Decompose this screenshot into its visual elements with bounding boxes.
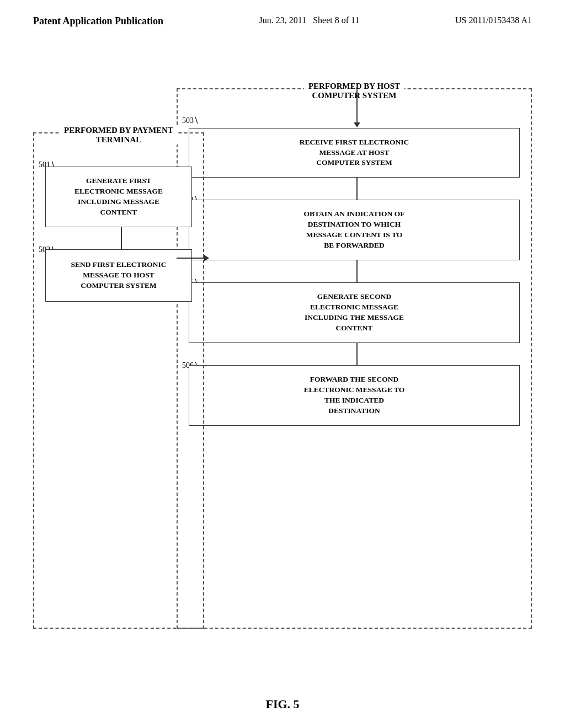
- box-501: GENERATE FIRSTELECTRONIC MESSAGEINCLUDIN…: [45, 167, 192, 227]
- step-503-label: 503∖: [182, 116, 199, 125]
- box-506: FORWARD THE SECONDELECTRONIC MESSAGE TOT…: [189, 365, 520, 426]
- diagram-area: PERFORMED BY HOSTCOMPUTER SYSTEM 503∖ RE…: [33, 88, 532, 662]
- host-computer-system-box: PERFORMED BY HOSTCOMPUTER SYSTEM 503∖ RE…: [177, 88, 532, 629]
- terminal-label: PERFORMED BY PAYMENTTERMINAL: [60, 126, 178, 144]
- page-header: Patent Application Publication Jun. 23, …: [0, 0, 565, 27]
- arrow-into-503: [354, 89, 360, 127]
- box-502: SEND FIRST ELECTRONICMESSAGE TO HOSTCOMP…: [45, 249, 192, 302]
- box-505: GENERATE SECONDELECTRONIC MESSAGEINCLUDI…: [189, 282, 520, 343]
- box-503: RECEIVE FIRST ELECTRONICMESSAGE AT HOSTC…: [189, 128, 520, 178]
- arrow-terminal-to-host: [177, 255, 209, 261]
- header-right: US 2011/0153438 A1: [455, 15, 532, 25]
- header-center: Jun. 23, 2011 Sheet 8 of 11: [259, 15, 360, 25]
- fig-caption: FIG. 5: [265, 697, 299, 711]
- box-504: OBTAIN AN INDICATION OFDESTINATION TO WH…: [189, 200, 520, 260]
- payment-terminal-box: PERFORMED BY PAYMENTTERMINAL 501∖ GENERA…: [33, 132, 204, 629]
- header-left: Patent Application Publication: [33, 15, 163, 27]
